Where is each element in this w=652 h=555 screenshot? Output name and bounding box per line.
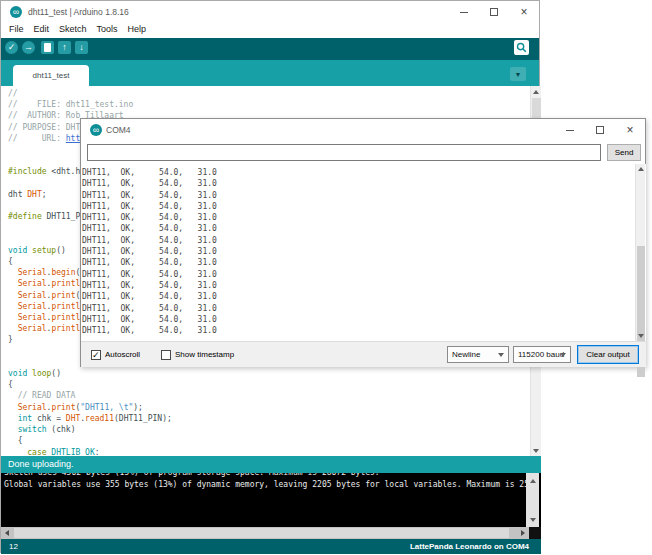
serial-controls-bar: Autoscroll Show timestamp Newline 115200…	[81, 341, 646, 367]
hscroll-left-icon[interactable]	[1, 527, 13, 539]
ide-statusbar: 12 LattePanda Leonardo on COM4	[1, 539, 541, 554]
autoscroll-checkbox[interactable]	[91, 350, 101, 360]
serial-window-title: COM4	[106, 119, 131, 142]
toolbar: ✓ → ↑ ↓	[1, 38, 539, 60]
console-scroll-down-icon[interactable]	[526, 514, 539, 525]
autoscroll-label: Autoscroll	[105, 348, 140, 362]
maximize-icon	[596, 126, 604, 134]
new-document-icon	[44, 43, 51, 52]
tab-dht11-test[interactable]: dht11_test	[13, 65, 89, 86]
magnifier-icon	[516, 42, 527, 53]
console-scroll-up-icon[interactable]	[526, 475, 539, 486]
show-timestamp-label: Show timestamp	[175, 348, 234, 362]
serial-output-text: DHT11, OK, 54.0, 31.0 DHT11, OK, 54.0, 3…	[81, 164, 646, 336]
serial-maximize-button[interactable]	[585, 119, 615, 141]
hscrollbar-thumb[interactable]	[14, 528, 509, 538]
menubar: FileEditSketchToolsHelp	[1, 23, 539, 38]
console-scrollbar[interactable]	[526, 473, 539, 527]
minimize-button[interactable]	[449, 1, 479, 23]
serial-scroll-up-icon[interactable]	[636, 164, 645, 174]
minimize-icon	[460, 12, 468, 13]
menu-item-help[interactable]: Help	[123, 23, 152, 38]
minimize-icon	[566, 130, 574, 131]
menu-item-edit[interactable]: Edit	[29, 23, 55, 38]
tabbar: dht11_test ▼	[1, 60, 539, 86]
window-title: dht11_test | Arduino 1.8.16	[28, 1, 129, 23]
verify-button[interactable]: ✓	[5, 41, 18, 54]
open-button[interactable]: ↑	[58, 41, 71, 54]
chevron-down-icon	[498, 353, 504, 357]
cursor-line-number: 12	[9, 539, 18, 554]
menu-item-tools[interactable]: Tools	[92, 23, 123, 38]
arduino-logo-icon: ∞	[90, 124, 102, 136]
serial-monitor-window: ∞ COM4 Send DHT11, OK, 54.0, 31.0 DHT11,…	[80, 118, 646, 367]
board-port-status: LattePanda Leonardo on COM4	[410, 539, 529, 554]
scroll-up-icon[interactable]	[531, 86, 541, 97]
serial-input[interactable]	[87, 144, 601, 161]
menu-item-file[interactable]: File	[4, 23, 29, 38]
maximize-button[interactable]	[479, 1, 509, 23]
hscroll-right-icon[interactable]	[517, 527, 529, 539]
close-button[interactable]	[509, 1, 539, 23]
console-hscrollbar[interactable]	[1, 527, 541, 539]
save-button[interactable]: ↓	[75, 41, 88, 54]
build-console: Sketch uses 4562 bytes (15%) of program …	[1, 473, 541, 527]
serial-scroll-down-icon[interactable]	[636, 331, 645, 341]
clear-output-button[interactable]: Clear output	[577, 345, 639, 364]
send-row: Send	[81, 142, 645, 164]
serial-output-area: DHT11, OK, 54.0, 31.0 DHT11, OK, 54.0, 3…	[81, 164, 646, 341]
baud-rate-dropdown[interactable]: 115200 baud	[513, 346, 571, 363]
maximize-icon	[490, 8, 498, 16]
serial-monitor-button[interactable]	[514, 40, 529, 55]
line-ending-value: Newline	[452, 350, 480, 359]
show-timestamp-checkbox[interactable]	[161, 350, 171, 360]
tab-list-dropdown-button[interactable]: ▼	[510, 67, 526, 81]
ide-titlebar[interactable]: ∞ dht11_test | Arduino 1.8.16	[1, 1, 539, 23]
arduino-logo-icon: ∞	[10, 6, 22, 18]
serial-minimize-button[interactable]	[555, 119, 585, 141]
chevron-down-icon	[560, 353, 566, 357]
new-sketch-button[interactable]	[41, 41, 54, 54]
send-button[interactable]: Send	[607, 144, 641, 161]
serial-titlebar[interactable]: ∞ COM4	[81, 119, 645, 142]
line-ending-dropdown[interactable]: Newline	[447, 346, 509, 363]
upload-button[interactable]: →	[22, 41, 35, 54]
baud-rate-value: 115200 baud	[518, 350, 564, 359]
screen: ∞ dht11_test | Arduino 1.8.16 FileEditSk…	[0, 0, 652, 555]
scroll-down-icon[interactable]	[531, 445, 541, 456]
status-message: Done uploading.	[1, 456, 541, 473]
console-output: Sketch uses 4562 bytes (15%) of program …	[1, 473, 541, 491]
menu-item-sketch[interactable]: Sketch	[54, 23, 92, 38]
serial-close-button[interactable]	[615, 119, 645, 141]
serial-scrollbar[interactable]	[635, 164, 645, 341]
scrollbar-corner	[529, 527, 541, 539]
